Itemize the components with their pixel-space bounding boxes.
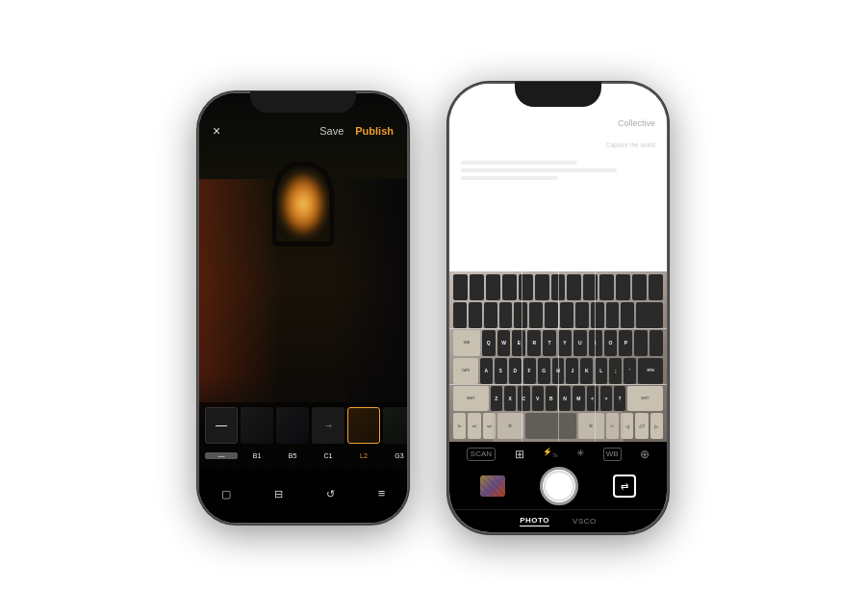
- key-i: I: [589, 330, 602, 356]
- key-a: A: [480, 358, 493, 384]
- key-shift: SHIFT: [453, 386, 489, 412]
- key-right: ▷: [650, 413, 663, 439]
- main-scene: × Save Publish — ⊸: [0, 0, 866, 616]
- key-g: G: [538, 358, 550, 384]
- key-t: T: [543, 330, 556, 356]
- key-p: P: [619, 330, 632, 356]
- zoom-icon[interactable]: ⊕: [640, 448, 650, 461]
- filter-thumb-adj[interactable]: ⊸: [312, 407, 344, 444]
- key-caps: CAPS: [453, 358, 478, 384]
- key-f1: [470, 274, 484, 300]
- right-wall: [334, 179, 407, 437]
- key-fn: fn: [453, 413, 466, 439]
- filter-label-b5: B5: [276, 452, 309, 459]
- right-top-area: Collective Capture the world: [449, 84, 667, 271]
- key-f4: [519, 274, 533, 300]
- key-v: V: [532, 386, 544, 412]
- filter-thumb-b1[interactable]: [241, 407, 273, 444]
- right-screen-inner: Collective Capture the world: [449, 84, 667, 532]
- key-f10: [616, 274, 630, 300]
- left-screen: × Save Publish — ⊸: [199, 93, 407, 523]
- left-topbar: × Save Publish: [199, 93, 407, 141]
- text-line: [461, 176, 558, 180]
- key-f8: [583, 274, 598, 300]
- filter-thumb-l2[interactable]: [347, 407, 380, 444]
- tab-vsco[interactable]: VSCO: [573, 517, 597, 526]
- scan-icon[interactable]: SCAN: [467, 448, 496, 461]
- key-shift-r: SHIFT: [627, 386, 663, 412]
- close-button[interactable]: ×: [213, 123, 220, 139]
- flip-camera-button[interactable]: ⇄: [613, 475, 636, 498]
- key-f5: [535, 274, 549, 300]
- key-5: [514, 302, 527, 328]
- key-f11: [632, 274, 647, 300]
- photo-thumbnail[interactable]: [480, 475, 505, 497]
- fake-text-lines: [461, 161, 655, 184]
- key-f2: [486, 274, 500, 300]
- adjust-tool[interactable]: [274, 486, 283, 500]
- subtitle-text: Capture the world: [606, 141, 655, 148]
- key-u: U: [573, 330, 587, 356]
- flash-icon[interactable]: ⚡7x: [543, 448, 557, 461]
- key-semi: ;: [609, 358, 622, 384]
- filter-label-l2: L2: [347, 452, 380, 459]
- key-f: F: [523, 358, 536, 384]
- key-8: [560, 302, 573, 328]
- key-r: R: [527, 330, 541, 356]
- key-x: X: [504, 386, 516, 412]
- key-f9: [599, 274, 614, 300]
- key-h: H: [552, 358, 565, 384]
- key-m: M: [573, 386, 584, 412]
- key-bracket-r: [650, 330, 663, 356]
- tab-photo[interactable]: PHOTO: [520, 516, 549, 526]
- trackpad-area: [493, 411, 624, 442]
- tunnel-arch: [272, 162, 335, 246]
- camera-btn-row: ⇄: [449, 467, 667, 505]
- text-line: [461, 168, 617, 172]
- key-up: △▽: [635, 413, 648, 439]
- key-plus: [621, 302, 634, 328]
- keyboard-photo: TAB Q W E R T Y U I O P: [449, 271, 667, 442]
- key-6: [529, 302, 543, 328]
- shutter-button[interactable]: [540, 467, 578, 505]
- key-d: D: [509, 358, 522, 384]
- top-actions: Save Publish: [319, 125, 394, 137]
- key-f6: [551, 274, 566, 300]
- grid-icon[interactable]: ⊞: [515, 448, 524, 461]
- key-bracket-l: [634, 330, 648, 356]
- phone-left: × Save Publish — ⊸: [197, 91, 409, 525]
- phone-right: Collective Capture the world: [447, 82, 669, 534]
- key-e: E: [512, 330, 525, 356]
- key-1: [453, 302, 467, 328]
- key-2: [469, 302, 482, 328]
- key-c: C: [518, 386, 529, 412]
- key-f7: [567, 274, 581, 300]
- save-button[interactable]: Save: [319, 125, 344, 137]
- key-7: [545, 302, 558, 328]
- filter-thumb-b5[interactable]: [276, 407, 309, 444]
- key-b: B: [546, 386, 557, 412]
- wb-icon[interactable]: WB: [603, 448, 622, 461]
- crop-tool[interactable]: [221, 486, 231, 500]
- key-minus: [606, 302, 620, 328]
- key-o: O: [604, 330, 618, 356]
- key-return: RTN: [638, 358, 663, 384]
- key-z: Z: [491, 386, 502, 412]
- filter-label-minus: —: [205, 452, 238, 459]
- undo-tool[interactable]: [326, 486, 335, 500]
- export-tool[interactable]: [378, 486, 386, 500]
- key-esc: [453, 274, 468, 300]
- filter-thumb-minus[interactable]: —: [205, 407, 238, 444]
- key-3: [484, 302, 497, 328]
- key-del: [636, 302, 663, 328]
- key-9: [575, 302, 589, 328]
- brightness-icon[interactable]: ✳: [576, 448, 584, 461]
- key-f12: [649, 274, 663, 300]
- filter-strip: — ⊸ — B1 B5 C1 L2 G3: [199, 402, 407, 470]
- key-j: J: [566, 358, 578, 384]
- text-line: [461, 161, 577, 165]
- key-s: S: [495, 358, 507, 384]
- filter-thumb-g3[interactable]: [383, 407, 407, 444]
- filter-thumbnails: — ⊸: [199, 402, 407, 447]
- publish-button[interactable]: Publish: [355, 125, 394, 137]
